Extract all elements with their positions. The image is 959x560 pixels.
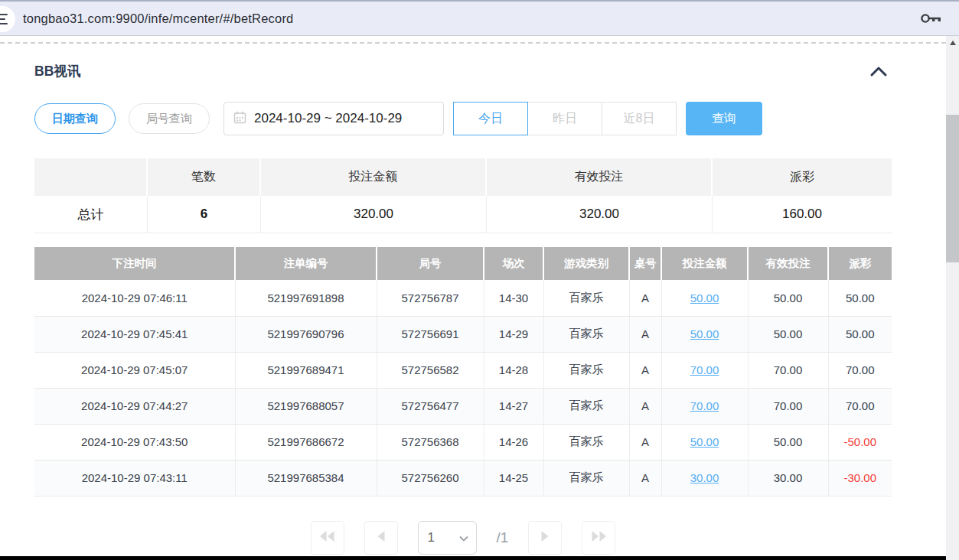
cell-session: 14-28 xyxy=(484,352,543,388)
cell-bet-amount: 50.00 xyxy=(661,316,748,352)
search-button[interactable]: 查询 xyxy=(686,102,762,135)
date-range-value: 2024-10-29 ~ 2024-10-29 xyxy=(254,111,402,126)
cell-table-no: A xyxy=(629,460,661,496)
cell-bet-amount: 70.00 xyxy=(661,388,748,424)
cell-bet-amount: 70.00 xyxy=(661,352,748,388)
cell-valid-bet: 30.00 xyxy=(748,460,828,496)
dashed-separator xyxy=(0,42,946,44)
cell-valid-bet: 50.00 xyxy=(748,280,828,316)
cell-bet-amount: 30.00 xyxy=(661,460,748,496)
col-header-game-type: 游戏类别 xyxy=(543,247,629,280)
bet-amount-link[interactable]: 50.00 xyxy=(690,435,719,448)
site-info-icon[interactable] xyxy=(0,6,15,32)
cell-payout: 50.00 xyxy=(828,316,892,352)
scrollbar-thumb[interactable] xyxy=(946,115,959,262)
cell-valid-bet: 70.00 xyxy=(748,352,828,388)
bet-amount-link[interactable]: 30.00 xyxy=(690,471,719,484)
browser-address-bar[interactable]: tongbao31.com:9900/infe/mcenter/#/betRec… xyxy=(0,0,959,36)
cell-game-type: 百家乐 xyxy=(543,280,629,316)
table-row: 2024-10-29 07:43:50 521997686672 5727563… xyxy=(34,424,892,460)
scrollbar[interactable] xyxy=(946,36,959,560)
cell-round-no: 572756260 xyxy=(377,460,484,496)
scroll-up-arrow-icon xyxy=(950,41,956,45)
cell-payout: -50.00 xyxy=(828,424,892,460)
col-header-bet-time: 下注时间 xyxy=(34,247,235,280)
page-title: BB视讯 xyxy=(34,62,80,80)
next-page-button[interactable] xyxy=(528,521,562,555)
scroll-up-button[interactable] xyxy=(946,36,959,49)
summary-header-valid-bet: 有效投注 xyxy=(487,158,713,196)
cell-bet-amount: 50.00 xyxy=(661,424,748,460)
date-range-input[interactable]: 2024-10-29 ~ 2024-10-29 xyxy=(223,102,444,135)
table-row: 2024-10-29 07:46:11 521997691898 5727567… xyxy=(34,280,892,316)
chevron-down-icon xyxy=(459,530,468,545)
table-header-row: 下注时间 注单编号 局号 场次 游戏类别 桌号 投注金额 有效投注 派彩 xyxy=(34,247,892,280)
cell-game-type: 百家乐 xyxy=(543,388,629,424)
cell-valid-bet: 70.00 xyxy=(748,388,828,424)
filter-toolbar: 日期查询 局号查询 2024-10-29 ~ 2024-10-29 今日 xyxy=(34,102,892,135)
cell-table-no: A xyxy=(629,316,661,352)
summary-table: 笔数 投注金额 有效投注 派彩 总计 6 320.00 320.00 160.0… xyxy=(34,158,892,233)
cell-session: 14-26 xyxy=(484,424,543,460)
chevron-right-icon xyxy=(541,531,549,544)
bottom-bar xyxy=(0,556,946,560)
prev-page-button[interactable] xyxy=(364,521,398,555)
summary-header-bet-amount: 投注金额 xyxy=(261,158,487,196)
cell-bet-time: 2024-10-29 07:45:41 xyxy=(34,316,235,352)
yesterday-button[interactable]: 昨日 xyxy=(527,102,602,135)
today-button[interactable]: 今日 xyxy=(453,102,528,135)
cell-round-no: 572756582 xyxy=(377,352,484,388)
table-row: 2024-10-29 07:44:27 521997688057 5727564… xyxy=(34,388,892,424)
cell-session: 14-30 xyxy=(484,280,543,316)
col-header-order-no: 注单编号 xyxy=(235,247,377,280)
page: tongbao31.com:9900/infe/mcenter/#/betRec… xyxy=(0,0,959,560)
bet-amount-link[interactable]: 50.00 xyxy=(690,327,719,340)
bet-record-panel: BB视讯 日期查询 局号查询 xyxy=(0,62,892,555)
cell-round-no: 572756368 xyxy=(377,424,484,460)
date-query-tab[interactable]: 日期查询 xyxy=(34,103,116,134)
page-number-value: 1 xyxy=(428,530,435,545)
cell-game-type: 百家乐 xyxy=(543,316,629,352)
cell-payout: 70.00 xyxy=(828,388,892,424)
cell-round-no: 572756477 xyxy=(377,388,484,424)
cell-bet-time: 2024-10-29 07:44:27 xyxy=(34,388,235,424)
summary-header-payout: 派彩 xyxy=(713,158,892,196)
bet-amount-link[interactable]: 50.00 xyxy=(690,291,719,304)
double-chevron-right-icon xyxy=(592,531,606,544)
password-key-button[interactable] xyxy=(919,11,942,26)
cell-payout: -30.00 xyxy=(828,460,892,496)
cell-valid-bet: 50.00 xyxy=(748,316,828,352)
cell-session: 14-29 xyxy=(484,316,543,352)
page-number-select[interactable]: 1 xyxy=(418,521,477,555)
col-header-session: 场次 xyxy=(484,247,543,280)
cell-bet-time: 2024-10-29 07:43:11 xyxy=(34,460,235,496)
round-query-tab[interactable]: 局号查询 xyxy=(129,103,210,134)
first-page-button[interactable] xyxy=(311,521,344,555)
quick-date-button-group: 今日 昨日 近8日 xyxy=(453,102,677,135)
cell-round-no: 572756787 xyxy=(377,280,484,316)
summary-bet-amount-value: 320.00 xyxy=(261,196,487,233)
cell-payout: 50.00 xyxy=(828,280,892,316)
chevron-left-icon xyxy=(377,531,385,544)
last-page-button[interactable] xyxy=(582,521,615,555)
summary-total-label: 总计 xyxy=(34,196,148,233)
cell-order-no: 521997688057 xyxy=(235,388,377,424)
cell-session: 14-25 xyxy=(484,460,543,496)
cell-game-type: 百家乐 xyxy=(543,460,629,496)
address-bar-url[interactable]: tongbao31.com:9900/infe/mcenter/#/betRec… xyxy=(23,11,294,26)
panel-collapse-button[interactable] xyxy=(870,67,887,77)
bet-records-table: 下注时间 注单编号 局号 场次 游戏类别 桌号 投注金额 有效投注 派彩 202… xyxy=(34,247,892,497)
summary-header-empty xyxy=(34,158,148,196)
chevron-up-icon xyxy=(870,67,887,79)
cell-order-no: 521997690796 xyxy=(235,316,377,352)
cell-game-type: 百家乐 xyxy=(543,424,629,460)
cell-bet-time: 2024-10-29 07:46:11 xyxy=(34,280,235,316)
bet-amount-link[interactable]: 70.00 xyxy=(690,363,719,376)
last-8-days-button[interactable]: 近8日 xyxy=(602,102,677,135)
summary-valid-bet-value: 320.00 xyxy=(487,196,713,233)
col-header-bet-amount: 投注金额 xyxy=(661,247,748,280)
key-icon xyxy=(919,17,942,28)
col-header-table-no: 桌号 xyxy=(629,247,661,280)
total-pages-label: /1 xyxy=(497,521,509,555)
bet-amount-link[interactable]: 70.00 xyxy=(690,399,719,412)
